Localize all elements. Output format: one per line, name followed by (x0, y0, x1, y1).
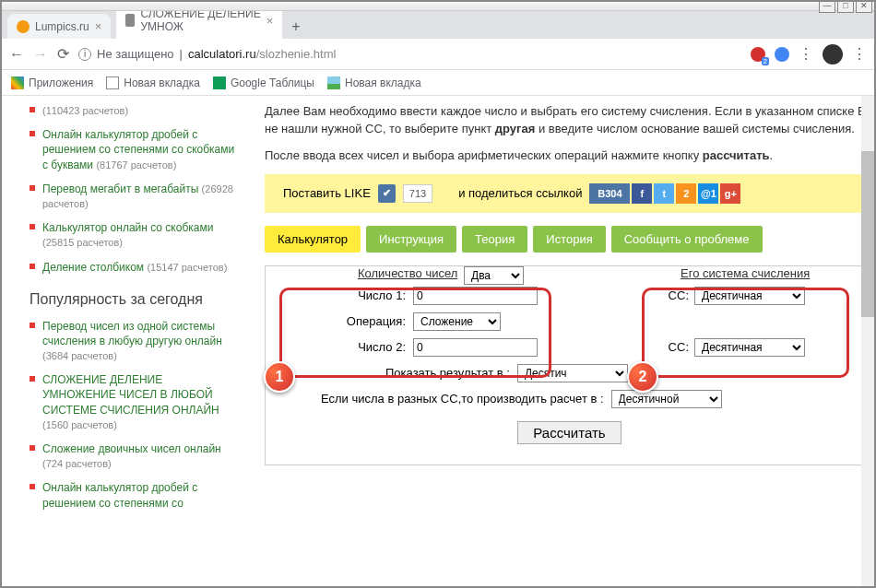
like-bar: Поставить LIKE ✔ 713 и поделиться ссылко… (265, 174, 874, 213)
favicon-icon (17, 20, 30, 33)
close-button[interactable]: ✕ (856, 0, 872, 13)
minimize-button[interactable]: — (819, 0, 835, 13)
image-icon (327, 76, 340, 89)
reload-button[interactable]: ⟳ (57, 45, 69, 63)
gplus-share-button[interactable]: g+ (720, 183, 740, 204)
back-button[interactable]: ← (9, 46, 24, 63)
menu-icon[interactable]: ⋮ (852, 45, 867, 63)
intro-paragraph: Далее Вам необходимо ввести каждое число… (265, 103, 874, 138)
close-icon[interactable]: × (95, 19, 102, 33)
result-label: Показать результат в : (385, 366, 517, 380)
share-label: и поделиться ссылкой (458, 186, 582, 200)
section-tabs: Калькулятор Инструкция Теория История Со… (265, 226, 874, 253)
browser-tab-lumpics[interactable]: Lumpics.ru × (7, 14, 111, 39)
tab-theory[interactable]: Теория (462, 226, 527, 253)
apps-button[interactable]: Приложения (11, 76, 93, 89)
sidebar-link[interactable]: Перевод мегабит в мегабайты (42, 182, 198, 195)
bookmarks-bar: Приложения Новая вкладка Google Таблицы … (2, 70, 874, 96)
extension-icon[interactable] (775, 47, 789, 62)
tab-report[interactable]: Сообщить о проблеме (611, 226, 763, 253)
sidebar-link[interactable]: Деление столбиком (42, 261, 144, 274)
address-bar: ← → ⟳ i Не защищено | calculatori.ru/slo… (2, 39, 874, 70)
apps-icon (11, 76, 24, 89)
annotation-badge-1: 1 (264, 361, 295, 393)
info-icon[interactable]: i (78, 48, 91, 61)
annotation-badge-2: 2 (627, 361, 658, 393)
diff-cc-select[interactable]: Десятичной (611, 390, 722, 408)
bookmark-item[interactable]: Новая вкладка (327, 76, 421, 89)
maximize-button[interactable]: □ (837, 0, 854, 13)
browser-tab-strip: Lumpics.ru × СЛОЖЕНИЕ ДЕЛЕНИЕ УМНОЖ × + (2, 11, 874, 39)
diff-label: Если числа в разных СС,то производить ра… (321, 392, 611, 406)
sheets-icon (213, 76, 226, 89)
num1-label: Число 1: (266, 288, 413, 302)
num2-label: Число 2: (266, 340, 413, 354)
tab-history[interactable]: История (533, 226, 605, 253)
new-tab-button[interactable]: + (282, 15, 309, 39)
sidebar-link[interactable]: Калькулятор онлайн со скобками (42, 221, 213, 234)
count-select[interactable]: Два (464, 266, 524, 285)
sidebar-heading: Популярность за сегодня (30, 291, 235, 308)
sidebar-link[interactable]: СЛОЖЕНИЕ ДЕЛЕНИЕ УМНОЖЕНИЕ ЧИСЕЛ В ЛЮБОЙ… (42, 373, 219, 416)
tab-title: Lumpics.ru (35, 20, 89, 33)
extension-icon[interactable]: 2 (751, 47, 765, 62)
calc-count: (110423 расчетов) (42, 105, 128, 116)
tab-title: СЛОЖЕНИЕ ДЕЛЕНИЕ УМНОЖ (140, 7, 260, 33)
result-cc-select[interactable]: Десятич (517, 364, 628, 382)
vk-share-button[interactable]: В 304 (589, 183, 630, 204)
bookmark-item[interactable]: Google Таблицы (213, 76, 314, 89)
profile-avatar[interactable] (823, 44, 843, 65)
count-heading: Количество чисел (358, 266, 457, 280)
mail-share-button[interactable]: @1 (698, 183, 718, 204)
cc2-label: СС: (657, 340, 694, 354)
calculate-button[interactable]: Рассчитать (517, 421, 621, 444)
doc-icon (106, 76, 119, 89)
operation-label: Операция: (266, 314, 413, 328)
sidebar: (110423 расчетов) Онлайн калькулятор дро… (2, 96, 246, 586)
operation-select[interactable]: Сложение (413, 312, 501, 331)
scrollbar-thumb[interactable] (861, 151, 874, 317)
menu-icon[interactable]: ⋮ (799, 45, 813, 63)
sidebar-link[interactable]: Перевод чисел из одной системы счисления… (42, 320, 222, 347)
twitter-share-button[interactable]: t (654, 183, 674, 204)
insecure-label: Не защищено (97, 47, 174, 61)
bookmark-item[interactable]: Новая вкладка (106, 76, 200, 89)
favicon-icon (125, 14, 135, 27)
calculator-form: Количество чисел Его система счисления Д… (265, 265, 874, 465)
vk-like-button[interactable]: ✔ (378, 184, 396, 203)
url-input[interactable]: i Не защищено | calculatori.ru/slozhenie… (78, 47, 741, 61)
tab-calculator[interactable]: Калькулятор (265, 226, 361, 253)
cc1-select[interactable]: Десятичная (694, 287, 805, 305)
main-content: Далее Вам необходимо ввести каждое число… (246, 96, 874, 586)
num1-input[interactable] (413, 287, 538, 305)
fb-share-button[interactable]: f (632, 183, 652, 204)
cc-heading: Его система счисления (681, 266, 810, 280)
ok-share-button[interactable]: 2 (676, 183, 696, 204)
scrollbar[interactable] (861, 96, 874, 586)
cc1-label: СС: (657, 288, 694, 302)
forward-button[interactable]: → (33, 46, 48, 63)
sidebar-link[interactable]: Онлайн калькулятор дробей с решением со … (42, 481, 197, 509)
sidebar-link[interactable]: Сложение двоичных чисел онлайн (42, 442, 221, 455)
like-count: 713 (403, 184, 432, 203)
cc2-select[interactable]: Десятичная (694, 338, 805, 357)
num2-input[interactable] (413, 338, 538, 357)
close-icon[interactable]: × (266, 14, 274, 28)
tab-instruction[interactable]: Инструкция (366, 226, 456, 253)
like-label: Поставить LIKE (283, 186, 371, 200)
intro-paragraph: После ввода всех чисел и выбора арифмети… (265, 147, 874, 165)
window-titlebar: — □ ✕ (2, 2, 874, 11)
